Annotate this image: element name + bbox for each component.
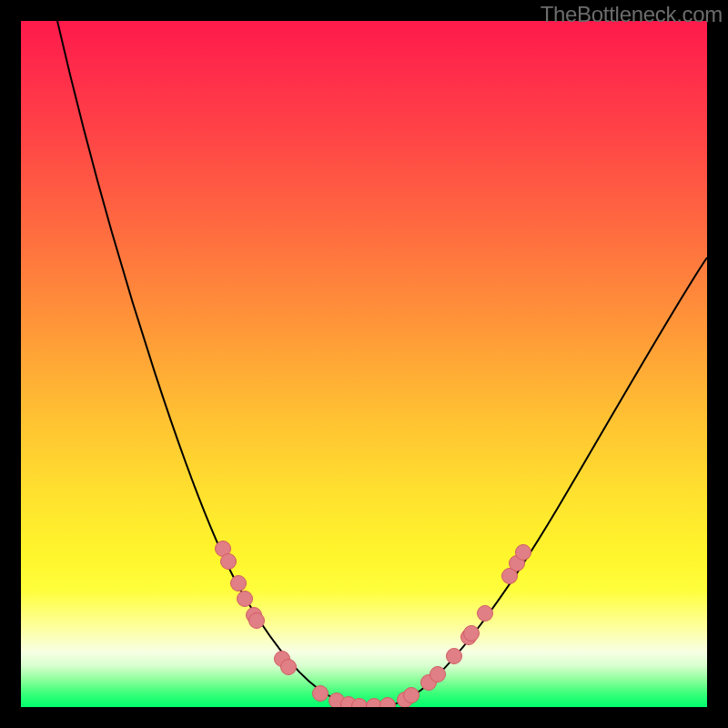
data-point <box>313 686 329 702</box>
data-point <box>231 576 247 592</box>
curve-right-curve <box>385 258 707 706</box>
plot-area <box>21 21 707 707</box>
data-points <box>216 541 531 708</box>
curve-layer <box>21 21 707 707</box>
chart-frame: TheBottleneck.com <box>0 0 728 728</box>
data-point <box>281 660 297 675</box>
data-point <box>367 699 382 708</box>
curve-paths <box>57 21 707 707</box>
data-point <box>430 667 446 682</box>
data-point <box>447 649 462 664</box>
data-point <box>516 545 531 561</box>
curve-left-curve <box>57 21 353 706</box>
data-point <box>380 698 396 708</box>
data-point <box>221 554 237 570</box>
watermark-text: TheBottleneck.com <box>541 2 723 27</box>
data-point <box>249 613 265 629</box>
data-point <box>478 606 493 622</box>
data-point <box>404 688 420 703</box>
data-point <box>464 626 480 642</box>
data-point <box>238 592 253 607</box>
